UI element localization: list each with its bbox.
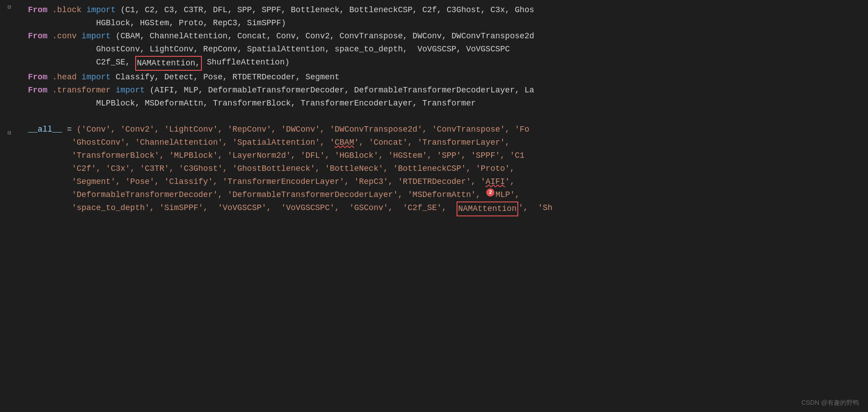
line14-cont: ', <box>505 175 515 188</box>
code-line-7: From .transformer import (AIFI, MLP, Def… <box>19 84 868 97</box>
code-line-12: 'TransformerBlock', 'MLPBlock', 'LayerNo… <box>19 149 868 162</box>
watermark: CSDN @有趣的野鸭 <box>801 398 859 407</box>
code-line-11: 'GhostConv', 'ChannelAttention', 'Spatia… <box>19 136 868 149</box>
code-line-8: MLPBlock, MSDeformAttn, TransformerBlock… <box>19 97 868 110</box>
line5-pre: C2f_SE, <box>28 56 135 69</box>
line8-content: MLPBlock, MSDeformAttn, TransformerBlock… <box>28 97 476 110</box>
line10-content: ('Conv', 'Conv2', 'LightConv', 'RepConv'… <box>77 123 530 136</box>
line11-cont: ', 'Concat', 'TransformerLayer', <box>354 136 510 149</box>
line15-cont: ', <box>510 188 520 201</box>
line2-content: HGBlock, HGStem, Proto, RepC3, SimSPPF) <box>28 17 286 30</box>
namattention-highlight-1: NAMAttention, <box>135 56 202 71</box>
editor-container: ⊟ ⊟ From .block import (C1, C2, C3, C3TR… <box>0 0 868 412</box>
line16-pre: 'space_to_depth', 'SimSPPF', 'VoVGSCSP',… <box>28 201 457 215</box>
namattention-highlight-2: NAMAttention <box>457 201 519 216</box>
keyword-from-1: From <box>28 4 47 17</box>
cbam-squiggle: CBAM <box>335 136 354 149</box>
code-line-4: GhostConv, LightConv, RepConv, SpatialAt… <box>19 43 868 56</box>
gutter: ⊟ ⊟ <box>0 0 19 412</box>
keyword-from-3: From <box>28 30 47 43</box>
line1-content: (C1, C2, C3, C3TR, DFL, SPP, SPPF, Bottl… <box>115 4 534 17</box>
aifi-squiggle: AIFI <box>485 175 505 188</box>
line16-cont: ', 'Sh <box>518 201 553 215</box>
code-line-15: 'DeformableTransformerDecoder', 'Deforma… <box>19 188 868 201</box>
all-variable: __all__ <box>28 123 62 136</box>
line6-content: Classify, Detect, Pose, RTDETRDecoder, S… <box>111 71 340 84</box>
line3-content: (CBAM, ChannelAttention, Concat, Conv, C… <box>111 30 535 43</box>
empty-line <box>19 110 868 123</box>
code-line-10: __all__ = ('Conv', 'Conv2', 'LightConv',… <box>19 123 868 136</box>
equals-op: = <box>62 123 77 136</box>
keyword-from-7: From <box>28 84 47 97</box>
keyword-import-7: import <box>115 84 145 97</box>
keyword-from-6: From <box>28 71 47 84</box>
keyword-import-6: import <box>82 71 111 84</box>
line14-pre: 'Segment', 'Pose', 'Classify', 'Transfor… <box>28 175 485 188</box>
line7-content: (AIFI, MLP, DeformableTransformerDecoder… <box>145 84 534 97</box>
code-line-13: 'C2f', 'C3x', 'C3TR', 'C3Ghost', 'GhostB… <box>19 162 868 175</box>
line13-content: 'C2f', 'C3x', 'C3TR', 'C3Ghost', 'GhostB… <box>28 162 515 175</box>
code-line-6: From .head import Classify, Detect, Pose… <box>19 71 868 84</box>
module-head: .head <box>47 71 82 84</box>
line5-post: ShuffleAttention) <box>202 56 289 69</box>
keyword-import-1: import <box>87 4 116 17</box>
mlp-text: MLP <box>495 188 510 201</box>
fold-icon-2[interactable]: ⊟ <box>6 130 13 137</box>
keyword-import-3: import <box>82 30 111 43</box>
code-line-1: From .block import (C1, C2, C3, C3TR, DF… <box>19 4 868 17</box>
line4-content: GhostConv, LightConv, RepConv, SpatialAt… <box>28 43 510 56</box>
code-line-3: From .conv import (CBAM, ChannelAttentio… <box>19 30 868 43</box>
code-area: From .block import (C1, C2, C3, C3TR, DF… <box>19 0 868 412</box>
line15-pre: 'DeformableTransformerDecoder', 'Deforma… <box>28 188 485 201</box>
line11-pre: 'GhostConv', 'ChannelAttention', 'Spatia… <box>28 136 335 149</box>
fold-icon-1[interactable]: ⊟ <box>6 5 13 11</box>
code-line-2: HGBlock, HGStem, Proto, RepC3, SimSPPF) <box>19 17 868 30</box>
line12-content: 'TransformerBlock', 'MLPBlock', 'LayerNo… <box>28 149 525 162</box>
module-block: .block <box>47 4 86 17</box>
code-line-5: C2f_SE, NAMAttention, ShuffleAttention) <box>19 56 868 71</box>
code-line-14: 'Segment', 'Pose', 'Classify', 'Transfor… <box>19 175 868 188</box>
module-conv: .conv <box>47 30 82 43</box>
badge-2: 2 <box>486 188 494 197</box>
module-transformer: .transformer <box>47 84 115 97</box>
code-line-16: 'space_to_depth', 'SimSPPF', 'VoVGSCSP',… <box>19 201 868 216</box>
